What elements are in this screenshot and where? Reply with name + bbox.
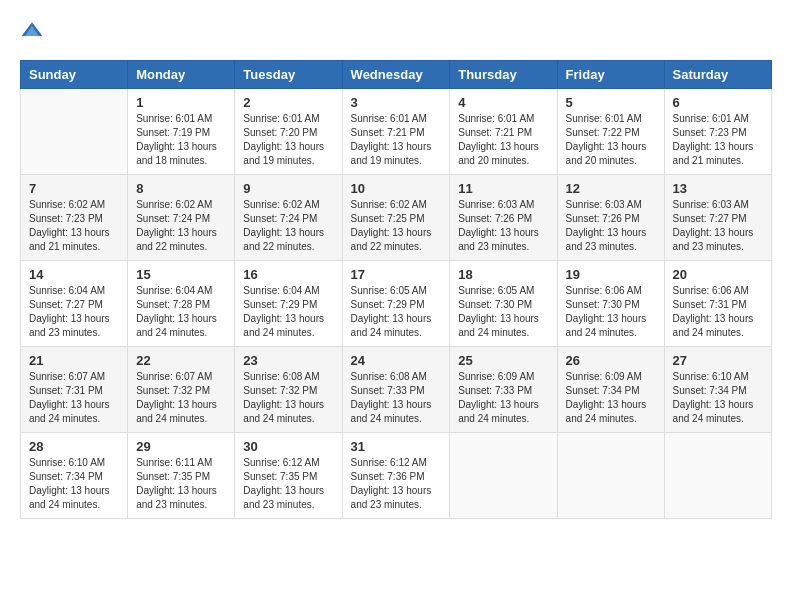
day-cell: 7Sunrise: 6:02 AMSunset: 7:23 PMDaylight… xyxy=(21,175,128,261)
day-number: 18 xyxy=(458,267,548,282)
day-cell: 14Sunrise: 6:04 AMSunset: 7:27 PMDayligh… xyxy=(21,261,128,347)
day-info: Sunrise: 6:06 AMSunset: 7:30 PMDaylight:… xyxy=(566,284,656,340)
week-row-5: 28Sunrise: 6:10 AMSunset: 7:34 PMDayligh… xyxy=(21,433,772,519)
day-info: Sunrise: 6:11 AMSunset: 7:35 PMDaylight:… xyxy=(136,456,226,512)
day-cell: 20Sunrise: 6:06 AMSunset: 7:31 PMDayligh… xyxy=(664,261,771,347)
day-info: Sunrise: 6:02 AMSunset: 7:23 PMDaylight:… xyxy=(29,198,119,254)
day-info: Sunrise: 6:04 AMSunset: 7:29 PMDaylight:… xyxy=(243,284,333,340)
day-info: Sunrise: 6:02 AMSunset: 7:24 PMDaylight:… xyxy=(136,198,226,254)
day-number: 22 xyxy=(136,353,226,368)
day-info: Sunrise: 6:01 AMSunset: 7:21 PMDaylight:… xyxy=(351,112,442,168)
day-info: Sunrise: 6:10 AMSunset: 7:34 PMDaylight:… xyxy=(29,456,119,512)
day-info: Sunrise: 6:07 AMSunset: 7:31 PMDaylight:… xyxy=(29,370,119,426)
logo xyxy=(20,20,48,44)
day-cell: 21Sunrise: 6:07 AMSunset: 7:31 PMDayligh… xyxy=(21,347,128,433)
col-header-monday: Monday xyxy=(128,61,235,89)
day-number: 14 xyxy=(29,267,119,282)
day-info: Sunrise: 6:10 AMSunset: 7:34 PMDaylight:… xyxy=(673,370,763,426)
day-info: Sunrise: 6:05 AMSunset: 7:29 PMDaylight:… xyxy=(351,284,442,340)
day-info: Sunrise: 6:12 AMSunset: 7:36 PMDaylight:… xyxy=(351,456,442,512)
day-number: 30 xyxy=(243,439,333,454)
day-cell: 25Sunrise: 6:09 AMSunset: 7:33 PMDayligh… xyxy=(450,347,557,433)
day-number: 15 xyxy=(136,267,226,282)
col-header-sunday: Sunday xyxy=(21,61,128,89)
day-number: 19 xyxy=(566,267,656,282)
day-info: Sunrise: 6:04 AMSunset: 7:28 PMDaylight:… xyxy=(136,284,226,340)
week-row-2: 7Sunrise: 6:02 AMSunset: 7:23 PMDaylight… xyxy=(21,175,772,261)
day-info: Sunrise: 6:02 AMSunset: 7:25 PMDaylight:… xyxy=(351,198,442,254)
day-info: Sunrise: 6:03 AMSunset: 7:26 PMDaylight:… xyxy=(458,198,548,254)
day-cell: 2Sunrise: 6:01 AMSunset: 7:20 PMDaylight… xyxy=(235,89,342,175)
day-cell: 31Sunrise: 6:12 AMSunset: 7:36 PMDayligh… xyxy=(342,433,450,519)
day-cell: 3Sunrise: 6:01 AMSunset: 7:21 PMDaylight… xyxy=(342,89,450,175)
day-cell: 26Sunrise: 6:09 AMSunset: 7:34 PMDayligh… xyxy=(557,347,664,433)
day-cell: 29Sunrise: 6:11 AMSunset: 7:35 PMDayligh… xyxy=(128,433,235,519)
day-info: Sunrise: 6:01 AMSunset: 7:22 PMDaylight:… xyxy=(566,112,656,168)
day-number: 1 xyxy=(136,95,226,110)
day-info: Sunrise: 6:09 AMSunset: 7:33 PMDaylight:… xyxy=(458,370,548,426)
day-number: 20 xyxy=(673,267,763,282)
day-number: 17 xyxy=(351,267,442,282)
day-number: 9 xyxy=(243,181,333,196)
day-number: 23 xyxy=(243,353,333,368)
day-cell: 12Sunrise: 6:03 AMSunset: 7:26 PMDayligh… xyxy=(557,175,664,261)
week-row-4: 21Sunrise: 6:07 AMSunset: 7:31 PMDayligh… xyxy=(21,347,772,433)
day-cell: 19Sunrise: 6:06 AMSunset: 7:30 PMDayligh… xyxy=(557,261,664,347)
day-info: Sunrise: 6:03 AMSunset: 7:27 PMDaylight:… xyxy=(673,198,763,254)
day-info: Sunrise: 6:01 AMSunset: 7:19 PMDaylight:… xyxy=(136,112,226,168)
page-header xyxy=(20,20,772,44)
day-number: 26 xyxy=(566,353,656,368)
day-cell xyxy=(557,433,664,519)
day-cell xyxy=(21,89,128,175)
day-info: Sunrise: 6:09 AMSunset: 7:34 PMDaylight:… xyxy=(566,370,656,426)
day-cell: 23Sunrise: 6:08 AMSunset: 7:32 PMDayligh… xyxy=(235,347,342,433)
day-info: Sunrise: 6:07 AMSunset: 7:32 PMDaylight:… xyxy=(136,370,226,426)
day-cell: 6Sunrise: 6:01 AMSunset: 7:23 PMDaylight… xyxy=(664,89,771,175)
day-info: Sunrise: 6:03 AMSunset: 7:26 PMDaylight:… xyxy=(566,198,656,254)
day-cell: 15Sunrise: 6:04 AMSunset: 7:28 PMDayligh… xyxy=(128,261,235,347)
day-cell: 8Sunrise: 6:02 AMSunset: 7:24 PMDaylight… xyxy=(128,175,235,261)
col-header-wednesday: Wednesday xyxy=(342,61,450,89)
day-number: 31 xyxy=(351,439,442,454)
week-row-3: 14Sunrise: 6:04 AMSunset: 7:27 PMDayligh… xyxy=(21,261,772,347)
day-cell: 30Sunrise: 6:12 AMSunset: 7:35 PMDayligh… xyxy=(235,433,342,519)
day-info: Sunrise: 6:01 AMSunset: 7:20 PMDaylight:… xyxy=(243,112,333,168)
day-cell: 18Sunrise: 6:05 AMSunset: 7:30 PMDayligh… xyxy=(450,261,557,347)
day-info: Sunrise: 6:02 AMSunset: 7:24 PMDaylight:… xyxy=(243,198,333,254)
day-number: 4 xyxy=(458,95,548,110)
day-cell: 24Sunrise: 6:08 AMSunset: 7:33 PMDayligh… xyxy=(342,347,450,433)
day-number: 5 xyxy=(566,95,656,110)
day-cell: 9Sunrise: 6:02 AMSunset: 7:24 PMDaylight… xyxy=(235,175,342,261)
day-cell: 4Sunrise: 6:01 AMSunset: 7:21 PMDaylight… xyxy=(450,89,557,175)
day-number: 6 xyxy=(673,95,763,110)
day-number: 8 xyxy=(136,181,226,196)
day-cell: 17Sunrise: 6:05 AMSunset: 7:29 PMDayligh… xyxy=(342,261,450,347)
col-header-saturday: Saturday xyxy=(664,61,771,89)
col-header-tuesday: Tuesday xyxy=(235,61,342,89)
day-cell: 27Sunrise: 6:10 AMSunset: 7:34 PMDayligh… xyxy=(664,347,771,433)
day-number: 10 xyxy=(351,181,442,196)
day-number: 13 xyxy=(673,181,763,196)
day-cell xyxy=(664,433,771,519)
week-row-1: 1Sunrise: 6:01 AMSunset: 7:19 PMDaylight… xyxy=(21,89,772,175)
day-number: 11 xyxy=(458,181,548,196)
day-cell: 22Sunrise: 6:07 AMSunset: 7:32 PMDayligh… xyxy=(128,347,235,433)
day-cell: 16Sunrise: 6:04 AMSunset: 7:29 PMDayligh… xyxy=(235,261,342,347)
day-number: 21 xyxy=(29,353,119,368)
day-info: Sunrise: 6:01 AMSunset: 7:21 PMDaylight:… xyxy=(458,112,548,168)
day-number: 16 xyxy=(243,267,333,282)
day-number: 12 xyxy=(566,181,656,196)
logo-icon xyxy=(20,20,44,40)
calendar-table: SundayMondayTuesdayWednesdayThursdayFrid… xyxy=(20,60,772,519)
col-header-thursday: Thursday xyxy=(450,61,557,89)
day-number: 28 xyxy=(29,439,119,454)
day-cell: 11Sunrise: 6:03 AMSunset: 7:26 PMDayligh… xyxy=(450,175,557,261)
day-info: Sunrise: 6:01 AMSunset: 7:23 PMDaylight:… xyxy=(673,112,763,168)
day-cell: 5Sunrise: 6:01 AMSunset: 7:22 PMDaylight… xyxy=(557,89,664,175)
day-info: Sunrise: 6:05 AMSunset: 7:30 PMDaylight:… xyxy=(458,284,548,340)
day-info: Sunrise: 6:04 AMSunset: 7:27 PMDaylight:… xyxy=(29,284,119,340)
day-number: 29 xyxy=(136,439,226,454)
day-number: 25 xyxy=(458,353,548,368)
day-cell: 1Sunrise: 6:01 AMSunset: 7:19 PMDaylight… xyxy=(128,89,235,175)
day-number: 24 xyxy=(351,353,442,368)
